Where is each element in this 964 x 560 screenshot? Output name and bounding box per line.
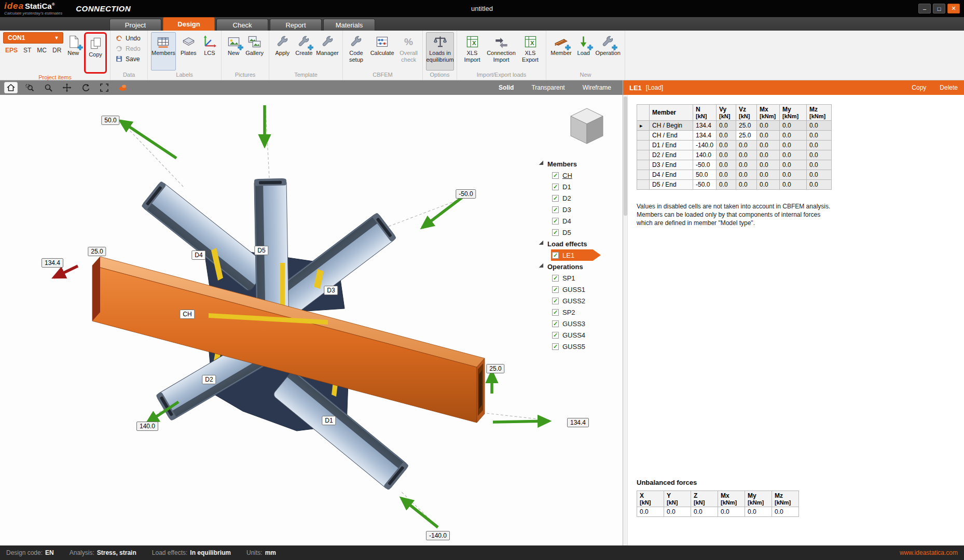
overall-check-button[interactable]: Overall check	[398, 32, 419, 71]
zoom-window-button[interactable]	[23, 82, 36, 93]
connection-import-button[interactable]: Connection Import	[485, 32, 517, 71]
zoom-button[interactable]	[42, 82, 55, 93]
tree-item-guss5[interactable]: ✓GUSS5	[551, 341, 619, 352]
tree-item-sp2[interactable]: ✓SP2	[551, 306, 619, 318]
copy-item-button[interactable]: Copy	[86, 34, 105, 72]
value-cell[interactable]: 140.0	[693, 150, 717, 160]
checkbox-icon[interactable]: ✓	[552, 332, 559, 339]
template-manager-button[interactable]: Manager	[315, 32, 339, 71]
zoom-fit-button[interactable]	[98, 82, 111, 93]
value-cell[interactable]: -50.0	[693, 160, 717, 170]
pan-button[interactable]	[60, 82, 74, 93]
redo-button[interactable]: Redo	[114, 44, 142, 53]
tree-item-d1[interactable]: ✓D1	[551, 181, 619, 192]
delete-load-button[interactable]: Delete	[940, 84, 958, 91]
render-mode-wireframe[interactable]: Wireframe	[583, 84, 611, 91]
tab-materials[interactable]: Materials	[323, 19, 375, 31]
save-button[interactable]: Save	[114, 54, 141, 64]
checkbox-icon[interactable]: ✓	[552, 229, 559, 236]
maximize-button[interactable]: □	[933, 4, 945, 13]
new-project-item-button[interactable]: New	[64, 32, 82, 71]
tree-section-load-effects[interactable]: Load effects	[541, 238, 619, 249]
tree-item-ch[interactable]: ✓CH	[551, 170, 619, 181]
minimize-button[interactable]: –	[918, 4, 931, 13]
connection-3d-scene[interactable]	[0, 80, 623, 545]
checkbox-icon[interactable]: ✓	[552, 195, 559, 202]
connection-selector[interactable]: CON1▼	[3, 32, 63, 44]
3d-viewport[interactable]: Solid Transparent Wireframe CH D1 D2 D3 …	[0, 80, 623, 545]
checkbox-icon[interactable]: ✓	[552, 252, 559, 259]
row-selector[interactable]	[637, 180, 650, 190]
copy-load-button[interactable]: Copy	[912, 84, 926, 91]
picture-gallery-button[interactable]: Gallery	[243, 32, 266, 71]
checkbox-icon[interactable]: ✓	[552, 206, 559, 213]
template-apply-button[interactable]: Apply	[272, 32, 293, 71]
tree-item-d4[interactable]: ✓D4	[551, 215, 619, 227]
new-member-button[interactable]: Member	[549, 32, 573, 71]
row-selector[interactable]	[637, 150, 650, 160]
tree-item-guss2[interactable]: ✓GUSS2	[551, 295, 619, 306]
render-mode-solid[interactable]: Solid	[499, 84, 514, 91]
tree-item-sp1[interactable]: ✓SP1	[551, 272, 619, 284]
tab-check[interactable]: Check	[216, 19, 268, 31]
tree-item-d5[interactable]: ✓D5	[551, 227, 619, 238]
tree-section-members[interactable]: Members	[541, 158, 619, 170]
code-setup-button[interactable]: Code setup	[346, 32, 366, 71]
checkbox-icon[interactable]: ✓	[552, 218, 559, 225]
mode-st-button[interactable]: ST	[21, 46, 33, 55]
labels-members-button[interactable]: Members	[151, 32, 176, 71]
value-cell[interactable]: -140.0	[693, 141, 717, 150]
value-cell[interactable]: -50.0	[693, 180, 717, 190]
checkbox-icon[interactable]: ✓	[552, 184, 559, 190]
value-cell[interactable]: 134.4	[693, 121, 717, 131]
mode-eps-button[interactable]: EPS	[3, 46, 20, 55]
tab-project[interactable]: Project	[109, 19, 161, 31]
tree-item-guss3[interactable]: ✓GUSS3	[551, 318, 619, 329]
value-cell[interactable]: 25.0	[736, 131, 757, 141]
tree-item-d3[interactable]: ✓D3	[551, 204, 619, 215]
tree-item-guss4[interactable]: ✓GUSS4	[551, 329, 619, 341]
calculate-button[interactable]: Calculate	[367, 32, 397, 71]
tree-item-d2[interactable]: ✓D2	[551, 192, 619, 204]
tree-item-le1[interactable]: ✓LE1	[551, 249, 601, 261]
checkbox-icon[interactable]: ✓	[552, 172, 559, 179]
tree-section-operations[interactable]: Operations	[541, 261, 619, 272]
checkbox-icon[interactable]: ✓	[552, 309, 559, 316]
row-selector[interactable]: ▸	[637, 121, 650, 131]
undo-button[interactable]: Undo	[114, 33, 142, 43]
row-selector[interactable]	[637, 170, 650, 180]
clay-mode-button[interactable]	[116, 82, 130, 93]
value-cell[interactable]: 50.0	[693, 170, 717, 180]
labels-lcs-button[interactable]: LCS	[201, 32, 218, 71]
checkbox-icon[interactable]: ✓	[552, 286, 559, 293]
scrollbar-thumb[interactable]	[624, 96, 627, 216]
close-button[interactable]: ✕	[947, 4, 960, 13]
tab-report[interactable]: Report	[270, 19, 322, 31]
render-mode-transparent[interactable]: Transparent	[531, 84, 564, 91]
xls-import-button[interactable]: XLS Import	[460, 32, 484, 71]
labels-plates-button[interactable]: Plates	[177, 32, 200, 71]
website-link[interactable]: www.ideastatica.com	[900, 549, 958, 556]
checkbox-icon[interactable]: ✓	[552, 320, 559, 327]
panel-scrollbar[interactable]	[623, 95, 628, 545]
tree-item-guss1[interactable]: ✓GUSS1	[551, 284, 619, 295]
template-create-button[interactable]: Create	[294, 32, 314, 71]
new-load-button[interactable]: Load	[574, 32, 594, 71]
loads-in-equilibrium-button[interactable]: Loads in equilibrium	[426, 32, 454, 71]
value-cell[interactable]: 25.0	[736, 121, 757, 131]
row-selector[interactable]	[637, 160, 650, 170]
rotate-button[interactable]	[79, 82, 92, 93]
value-cell[interactable]: 134.4	[693, 131, 717, 141]
checkbox-icon[interactable]: ✓	[552, 298, 559, 304]
mode-dr-button[interactable]: DR	[50, 46, 63, 55]
row-selector[interactable]	[637, 131, 650, 141]
new-operation-button[interactable]: Operation	[595, 32, 622, 71]
xls-export-button[interactable]: XLS Export	[518, 32, 542, 71]
tab-design[interactable]: Design	[163, 17, 215, 31]
picture-new-button[interactable]: New	[225, 32, 242, 71]
view-cube[interactable]	[564, 104, 609, 149]
home-view-button[interactable]	[4, 82, 18, 93]
row-selector[interactable]	[637, 141, 650, 150]
checkbox-icon[interactable]: ✓	[552, 343, 559, 350]
checkbox-icon[interactable]: ✓	[552, 275, 559, 282]
